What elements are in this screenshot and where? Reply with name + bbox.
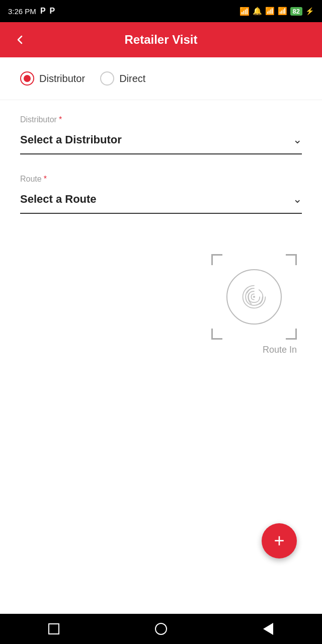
signal-icon: 📶 [265,7,275,16]
distributor-value: Select a Distributor [20,133,122,146]
page-title: Retailer Visit [125,33,198,47]
nav-back-button[interactable] [259,620,277,638]
triangle-icon [263,623,273,635]
square-icon [48,623,59,634]
radio-label-direct: Direct [119,73,145,85]
route-section: Route* Select a Route ⌄ [0,159,322,219]
bell-icon: 🔔 [253,7,262,16]
p-icon2: P [50,7,55,16]
status-bar-left: 3:26 PM P P [8,7,55,16]
time-label: 3:26 PM [8,7,36,16]
route-label: Route* [20,175,302,184]
bottom-nav-bar [0,614,322,644]
route-dropdown[interactable]: Select a Route ⌄ [20,188,302,214]
charging-icon: ⚡ [305,7,314,15]
wifi-icon: 📶 [278,7,287,16]
corner-tr [286,254,297,265]
add-icon: + [274,530,284,551]
fingerprint-scanner[interactable] [211,254,297,340]
radio-label-distributor: Distributor [39,73,85,85]
corner-tl [211,254,222,265]
add-fab-button[interactable]: + [262,523,297,558]
route-chevron-icon: ⌄ [293,193,302,206]
app-header: Retailer Visit [0,22,322,57]
radio-circle-distributor[interactable] [20,71,34,86]
radio-group: Distributor Direct [0,57,322,100]
route-in-label: Route In [263,345,297,355]
distributor-required: * [59,115,62,124]
distributor-section: Distributor* Select a Distributor ⌄ [0,100,322,159]
route-required: * [44,175,47,183]
battery-icon: 82 [290,7,302,16]
circle-icon [155,623,167,635]
status-bar-right: 📶 🔔 📶 📶 82 ⚡ [239,7,314,16]
fingerprint-area[interactable]: Route In [0,234,322,365]
radio-direct[interactable]: Direct [100,71,145,86]
nav-home-button[interactable] [152,620,170,638]
corner-bl [211,329,222,340]
p-icon1: P [40,7,46,16]
back-button[interactable] [10,30,30,50]
distributor-dropdown[interactable]: Select a Distributor ⌄ [20,128,302,154]
corner-br [286,329,297,340]
distributor-label: Distributor* [20,115,302,124]
distributor-chevron-icon: ⌄ [293,133,302,146]
radio-distributor[interactable]: Distributor [20,71,85,86]
fingerprint-circle [226,269,282,325]
nav-square-button[interactable] [45,620,63,638]
status-bar: 3:26 PM P P 📶 🔔 📶 📶 82 ⚡ [0,0,322,22]
route-value: Select a Route [20,193,97,206]
radio-circle-direct[interactable] [100,71,114,86]
bluetooth-icon: 📶 [239,7,250,16]
svg-point-0 [253,296,255,298]
